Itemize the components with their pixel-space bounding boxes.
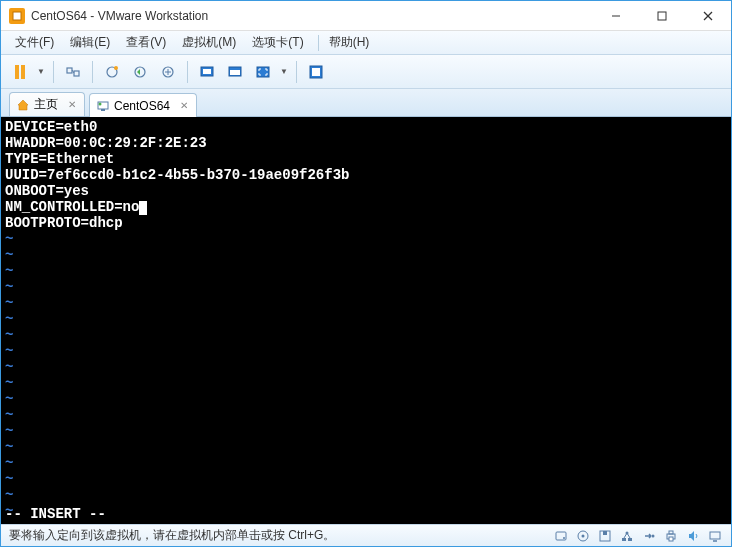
toolbar-separator xyxy=(187,61,188,83)
svg-point-35 xyxy=(652,534,655,537)
app-icon xyxy=(9,8,25,24)
vim-tilde: ~ xyxy=(5,375,727,391)
svg-point-25 xyxy=(563,537,565,539)
minimize-button[interactable] xyxy=(593,1,639,30)
tab-vm-label: CentOS64 xyxy=(114,99,170,113)
titlebar: CentOS64 - VMware Workstation xyxy=(1,1,731,31)
svg-rect-39 xyxy=(710,532,720,539)
tab-home-close[interactable]: ✕ xyxy=(66,99,78,111)
home-icon xyxy=(16,98,30,112)
snapshot-icon xyxy=(104,64,120,80)
terminal-line: BOOTPROTO=dhcp xyxy=(5,215,727,231)
svg-rect-38 xyxy=(669,537,673,541)
svg-point-34 xyxy=(626,531,629,534)
vim-tilde: ~ xyxy=(5,327,727,343)
display-icon[interactable] xyxy=(707,528,723,544)
vim-tilde: ~ xyxy=(5,471,727,487)
manage-snapshot-icon xyxy=(160,64,176,80)
svg-rect-5 xyxy=(67,68,72,73)
vim-tilde: ~ xyxy=(5,391,727,407)
window-controls xyxy=(593,1,731,30)
toolbar-separator xyxy=(296,61,297,83)
cd-icon[interactable] xyxy=(575,528,591,544)
menu-view[interactable]: 查看(V) xyxy=(120,32,172,53)
vim-tilde: ~ xyxy=(5,439,727,455)
terminal-line: ONBOOT=yes xyxy=(5,183,727,199)
revert-icon xyxy=(132,64,148,80)
menu-tabs[interactable]: 选项卡(T) xyxy=(246,32,309,53)
terminal-line: HWADDR=00:0C:29:2F:2E:23 xyxy=(5,135,727,151)
network-icon[interactable] xyxy=(619,528,635,544)
vim-tilde: ~ xyxy=(5,311,727,327)
menu-help[interactable]: 帮助(H) xyxy=(323,32,376,53)
svg-rect-6 xyxy=(74,71,79,76)
svg-rect-30 xyxy=(622,538,626,541)
statusbar-text: 要将输入定向到该虚拟机，请在虚拟机内部单击或按 Ctrl+G。 xyxy=(9,527,553,544)
vim-tilde: ~ xyxy=(5,407,727,423)
tab-home-label: 主页 xyxy=(34,96,58,113)
vim-tilde: ~ xyxy=(5,423,727,439)
tab-home[interactable]: 主页 ✕ xyxy=(9,92,85,116)
toolbar-separator xyxy=(92,61,93,83)
window-title: CentOS64 - VMware Workstation xyxy=(31,9,593,23)
tab-vm[interactable]: CentOS64 ✕ xyxy=(89,93,197,117)
vim-tilde: ~ xyxy=(5,455,727,471)
fullscreen-button[interactable] xyxy=(250,59,276,85)
vim-tilde: ~ xyxy=(5,487,727,503)
menu-edit[interactable]: 编辑(E) xyxy=(64,32,116,53)
svg-rect-31 xyxy=(628,538,632,541)
svg-rect-18 xyxy=(257,67,269,77)
svg-rect-37 xyxy=(669,531,673,534)
svg-point-23 xyxy=(99,102,102,105)
revert-button[interactable] xyxy=(127,59,153,85)
devices-icon xyxy=(65,64,81,80)
vim-tilde: ~ xyxy=(5,343,727,359)
svg-rect-22 xyxy=(101,109,105,111)
toolbar: ▼ ▼ xyxy=(1,55,731,89)
terminal-line: UUID=7ef6ccd0-b1c2-4b55-b370-19ae09f26f3… xyxy=(5,167,727,183)
vim-tilde: ~ xyxy=(5,503,727,519)
fullscreen-icon xyxy=(255,64,271,80)
menubar: 文件(F) 编辑(E) 查看(V) 虚拟机(M) 选项卡(T) 帮助(H) xyxy=(1,31,731,55)
sound-icon[interactable] xyxy=(685,528,701,544)
pause-button[interactable] xyxy=(7,59,33,85)
disk-icon[interactable] xyxy=(553,528,569,544)
menu-file[interactable]: 文件(F) xyxy=(9,32,60,53)
printer-icon[interactable] xyxy=(663,528,679,544)
usb-icon[interactable] xyxy=(641,528,657,544)
svg-rect-17 xyxy=(230,70,240,75)
vim-tilde: ~ xyxy=(5,295,727,311)
manage-snapshot-button[interactable] xyxy=(155,59,181,85)
vm-icon xyxy=(96,99,110,113)
menu-vm[interactable]: 虚拟机(M) xyxy=(176,32,242,53)
floppy-icon[interactable] xyxy=(597,528,613,544)
unity-button[interactable] xyxy=(303,59,329,85)
close-button[interactable] xyxy=(685,1,731,30)
svg-rect-0 xyxy=(13,12,21,20)
snapshot-button[interactable] xyxy=(99,59,125,85)
svg-point-9 xyxy=(114,66,118,70)
devices-button[interactable] xyxy=(60,59,86,85)
fit-guest-icon xyxy=(199,64,215,80)
terminal-line: NM_CONTROLLED=no xyxy=(5,199,727,215)
vim-tilde: ~ xyxy=(5,359,727,375)
toolbar-separator xyxy=(53,61,54,83)
svg-point-27 xyxy=(582,534,585,537)
tab-vm-close[interactable]: ✕ xyxy=(178,100,190,112)
pause-dropdown[interactable]: ▼ xyxy=(35,59,47,85)
fit-guest-button[interactable] xyxy=(194,59,220,85)
menu-separator xyxy=(318,35,319,51)
fit-window-button[interactable] xyxy=(222,59,248,85)
maximize-button[interactable] xyxy=(639,1,685,30)
svg-rect-29 xyxy=(603,531,607,535)
terminal[interactable]: DEVICE=eth0 HWADDR=00:0C:29:2F:2E:23 TYP… xyxy=(1,117,731,524)
svg-rect-2 xyxy=(658,12,666,20)
vim-tilde: ~ xyxy=(5,263,727,279)
cursor xyxy=(139,201,147,215)
vim-tilde: ~ xyxy=(5,279,727,295)
svg-rect-20 xyxy=(312,68,320,76)
terminal-line: TYPE=Ethernet xyxy=(5,151,727,167)
vim-tilde: ~ xyxy=(5,231,727,247)
statusbar-icons xyxy=(553,528,723,544)
fullscreen-dropdown[interactable]: ▼ xyxy=(278,59,290,85)
